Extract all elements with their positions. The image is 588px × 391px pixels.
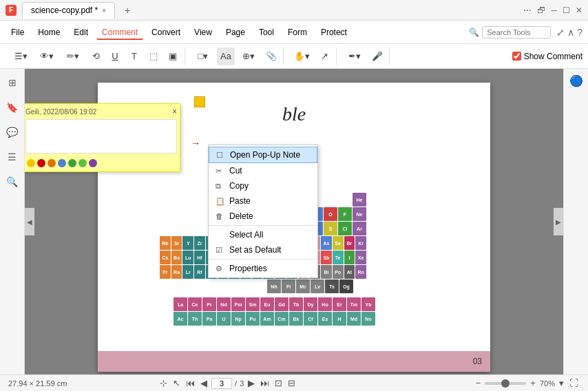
note-body[interactable] xyxy=(25,119,177,154)
help-icon[interactable]: ? xyxy=(577,27,582,38)
element-Md: Md xyxy=(347,312,361,326)
close-tab-button[interactable]: × xyxy=(102,7,106,14)
cursor-mode-button[interactable]: ⊹ xyxy=(158,378,169,388)
external-link-icon[interactable]: ⤢ xyxy=(556,27,565,38)
menu-protect[interactable]: Protect xyxy=(315,25,353,40)
toolbar-eraser-button[interactable]: ⟲ xyxy=(87,47,105,65)
maximize-button[interactable]: ☐ xyxy=(563,6,570,15)
ctx-paste[interactable]: 📋 Paste xyxy=(209,193,317,209)
expand-up-icon[interactable]: ∧ xyxy=(567,27,574,38)
ctx-copy[interactable]: ⧉ Copy xyxy=(209,178,317,193)
sidebar-search-icon[interactable]: 🔍 xyxy=(3,173,21,190)
toolbar-group-signature: ✒▾ 🎤 xyxy=(339,47,390,65)
next-page-button[interactable]: ▶ xyxy=(246,378,256,388)
toolbar-voice-button[interactable]: 🎤 xyxy=(368,47,386,65)
zoom-out-button[interactable]: − xyxy=(474,378,483,388)
toolbar-cursor-button[interactable]: ↗ xyxy=(315,47,333,65)
color-red[interactable] xyxy=(37,159,45,167)
ctx-delete-icon: 🗑 xyxy=(216,212,225,220)
color-blue[interactable] xyxy=(58,159,66,167)
fullscreen-button[interactable]: ⛶ xyxy=(568,378,580,388)
toolbar-underline-button[interactable]: U xyxy=(106,47,124,65)
toolbar-callout-button[interactable]: ▣ xyxy=(164,47,182,65)
element-Ac: Ac xyxy=(174,312,187,326)
zoom-in-button[interactable]: + xyxy=(529,378,537,388)
toolbar-stamp-button[interactable]: ⊕▾ xyxy=(236,47,261,65)
minimize-button[interactable]: ─ xyxy=(551,6,557,15)
minimize-icon[interactable]: ⋯ xyxy=(523,6,532,15)
note-author-date: Geili, 2022/08/06 19:02 xyxy=(25,108,96,116)
toolbar-draw-button[interactable]: ✏▾ xyxy=(61,47,85,65)
fit-page-button[interactable]: ⊡ xyxy=(273,378,284,388)
ctx-selectall-label: Select All xyxy=(229,230,263,240)
color-yellow[interactable] xyxy=(27,159,35,167)
ctx-select-all[interactable]: Select All xyxy=(209,227,317,242)
ctx-properties[interactable]: ⚙ Properties xyxy=(209,261,317,276)
ctx-divider-2 xyxy=(209,259,317,260)
sidebar-comment-icon[interactable]: 💬 xyxy=(3,124,21,140)
color-green[interactable] xyxy=(68,159,76,167)
element-Rb: Rb xyxy=(160,236,171,250)
first-page-button[interactable]: ⏮ xyxy=(185,378,196,388)
page-number-input[interactable] xyxy=(211,378,232,389)
toolbar-textbox-button[interactable]: ⬚ xyxy=(145,47,162,65)
right-panel-collapse[interactable]: ▶ xyxy=(554,208,563,235)
menu-view[interactable]: View xyxy=(189,25,218,40)
ctx-delete[interactable]: 🗑 Delete xyxy=(209,209,317,224)
element-S: S xyxy=(324,222,337,235)
note-close-button[interactable]: × xyxy=(172,107,177,116)
toolbar-view-button[interactable]: 👁▾ xyxy=(34,47,59,65)
left-panel-collapse[interactable]: ◀ xyxy=(25,208,34,235)
sidebar-layers-icon[interactable]: ☰ xyxy=(5,149,19,165)
element-Sr: Sr xyxy=(171,236,182,250)
show-comment-checkbox[interactable] xyxy=(512,52,521,61)
toolbar-signature-button[interactable]: ✒▾ xyxy=(342,47,367,65)
fit-width-button[interactable]: ⊟ xyxy=(286,378,297,388)
element-Bi: Bi xyxy=(321,265,332,279)
window-expand-icons: ⤢ ∧ ? xyxy=(556,27,582,38)
menu-convert[interactable]: Convert xyxy=(146,25,186,40)
ctx-cut[interactable]: ✂ Cut xyxy=(209,163,317,178)
menu-home[interactable]: Home xyxy=(32,25,65,40)
element-Gd: Gd xyxy=(275,297,288,311)
search-input[interactable] xyxy=(482,26,551,39)
color-purple[interactable] xyxy=(89,159,97,167)
element-He: He xyxy=(353,193,366,207)
menu-comment[interactable]: Comment xyxy=(96,25,143,40)
document-tab[interactable]: science-copy.pdf * × xyxy=(22,2,115,19)
new-tab-button[interactable]: + xyxy=(120,3,134,17)
toolbar-group-hand: ✋▾ ↗ xyxy=(286,47,337,65)
close-button[interactable]: ✕ xyxy=(576,6,582,15)
toolbar: ☰▾ 👁▾ ✏▾ ⟲ U T ⬚ ▣ □▾ Aa ⊕▾ 📎 ✋▾ ↗ ✒▾ 🎤 … xyxy=(0,44,588,69)
ctx-set-default[interactable]: ☑ Set as Default xyxy=(209,242,317,257)
element-Te: Te xyxy=(333,251,344,264)
restore-icon[interactable]: 🗗 xyxy=(537,6,545,15)
sidebar-bookmark-icon[interactable]: 🔖 xyxy=(3,99,21,116)
sidebar-pages-icon[interactable]: ⊞ xyxy=(6,74,19,91)
note-icon[interactable] xyxy=(194,96,205,107)
toolbar-attach-button[interactable]: 📎 xyxy=(262,47,280,65)
zoom-dropdown[interactable]: ▾ xyxy=(558,378,565,388)
menu-form[interactable]: Form xyxy=(282,25,313,40)
element-Fm: H xyxy=(333,312,346,326)
ctx-open-popup[interactable]: ☐ Open Pop-Up Note xyxy=(209,147,317,163)
right-panel-icon[interactable]: 🔵 xyxy=(567,72,586,90)
menu-tool[interactable]: Tool xyxy=(253,25,280,40)
zoom-slider[interactable] xyxy=(485,382,526,385)
menu-page[interactable]: Page xyxy=(220,25,251,40)
menu-edit[interactable]: Edit xyxy=(68,25,94,40)
toolbar-hand-button[interactable]: ✋▾ xyxy=(289,47,314,65)
page-bottom-bar: 03 xyxy=(98,351,490,372)
color-orange[interactable] xyxy=(48,159,56,167)
toolbar-highlight-button[interactable]: Aa xyxy=(217,47,235,65)
toolbar-text-button[interactable]: T xyxy=(125,47,143,65)
select-mode-button[interactable]: ↖ xyxy=(171,378,182,388)
menu-file[interactable]: File xyxy=(6,25,30,40)
last-page-button[interactable]: ⏭ xyxy=(259,378,271,388)
prev-page-button[interactable]: ◀ xyxy=(199,378,209,388)
toolbar-shape-button[interactable]: □▾ xyxy=(191,47,216,65)
zoom-handle[interactable] xyxy=(501,379,510,388)
toolbar-select-button[interactable]: ☰▾ xyxy=(8,47,33,65)
color-lime[interactable] xyxy=(78,159,87,167)
page-separator: / xyxy=(235,379,237,388)
